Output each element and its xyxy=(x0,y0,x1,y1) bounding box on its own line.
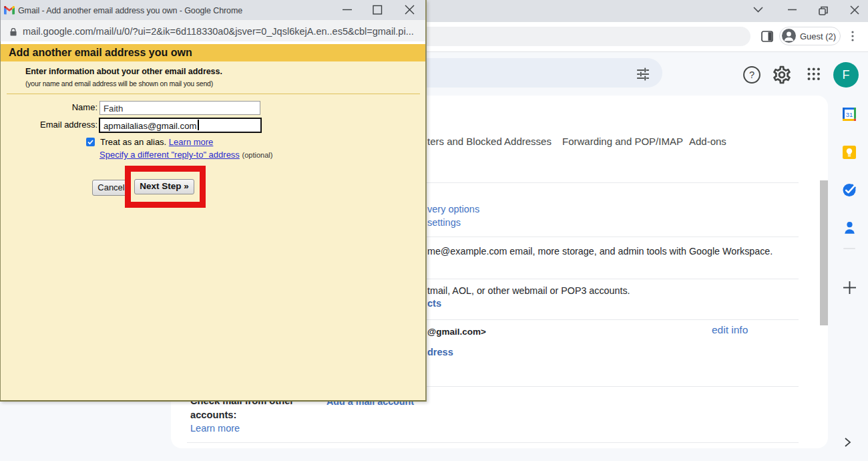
svg-text:31: 31 xyxy=(846,111,853,118)
svg-text:?: ? xyxy=(749,69,754,80)
